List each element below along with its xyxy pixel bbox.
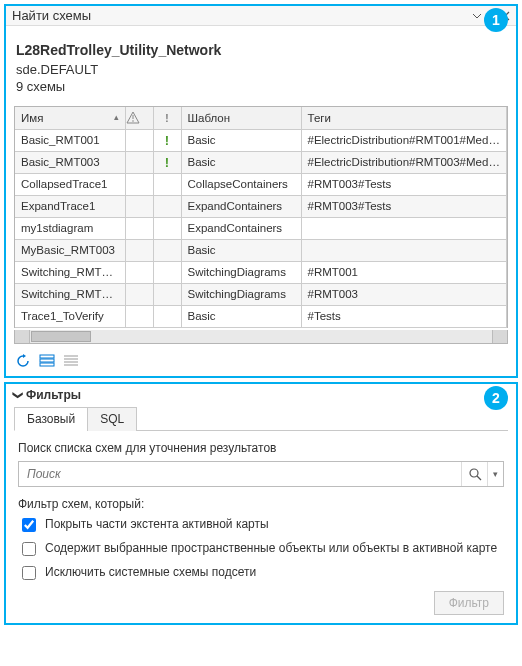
cell-tags xyxy=(301,217,507,239)
col-name[interactable]: Имя xyxy=(15,107,125,129)
table-row[interactable]: MyBasic_RMT003Basic xyxy=(15,239,507,261)
col-mark[interactable]: ! xyxy=(153,107,181,129)
cell-name: CollapsedTrace1 xyxy=(15,173,125,195)
view-compact-button[interactable] xyxy=(62,352,80,370)
cell-mark xyxy=(153,283,181,305)
cell-tags xyxy=(301,239,507,261)
svg-rect-5 xyxy=(40,359,54,362)
cell-template: ExpandContainers xyxy=(181,195,301,217)
refresh-button[interactable] xyxy=(14,352,32,370)
cell-warning xyxy=(125,305,153,327)
table-row[interactable]: ExpandTrace1ExpandContainers#RMT003#Test… xyxy=(15,195,507,217)
warning-icon xyxy=(126,111,140,125)
cell-warning xyxy=(125,283,153,305)
cell-mark: ! xyxy=(153,129,181,151)
cell-name: Switching_RMT003 xyxy=(15,283,125,305)
cell-template: Basic xyxy=(181,305,301,327)
check-extent-label: Покрыть части экстента активной карты xyxy=(45,517,269,531)
cell-name: Switching_RMT001 xyxy=(15,261,125,283)
chevron-down-icon: ❯ xyxy=(13,391,24,399)
cell-mark xyxy=(153,217,181,239)
check-selected-box[interactable] xyxy=(22,542,36,556)
cell-name: Basic_RMT003 xyxy=(15,151,125,173)
check-exclude-box[interactable] xyxy=(22,566,36,580)
table-row[interactable]: CollapsedTrace1CollapseContainers#RMT003… xyxy=(15,173,507,195)
toolbar xyxy=(6,348,516,376)
check-exclude[interactable]: Исключить системные схемы подсети xyxy=(18,565,504,583)
svg-point-11 xyxy=(470,469,478,477)
cell-warning xyxy=(125,151,153,173)
filter-tabs: Базовый SQL xyxy=(14,406,508,431)
scrollbar-thumb[interactable] xyxy=(31,331,91,342)
cell-tags: #ElectricDistribution#RMT003#Medium Volt… xyxy=(301,151,507,173)
cell-name: Trace1_ToVerify xyxy=(15,305,125,327)
filter-body: Поиск списка схем для уточнения результа… xyxy=(6,431,516,623)
filters-title: Фильтры xyxy=(26,388,81,402)
cell-tags: #RMT003#Tests xyxy=(301,173,507,195)
cell-tags: #RMT001 xyxy=(301,261,507,283)
cell-tags: #RMT003 xyxy=(301,283,507,305)
filters-panel: 2 ❯ Фильтры Базовый SQL Поиск списка схе… xyxy=(4,382,518,625)
col-template[interactable]: Шаблон xyxy=(181,107,301,129)
table-row[interactable]: Basic_RMT003!Basic#ElectricDistribution#… xyxy=(15,151,507,173)
diagrams-table: Имя ! Шаблон Теги Basic_RMT001!Basic#Ele… xyxy=(15,107,507,328)
check-exclude-label: Исключить системные схемы подсети xyxy=(45,565,256,579)
info-block: L28RedTrolley_Utility_Network sde.DEFAUL… xyxy=(6,26,516,102)
col-tags[interactable]: Теги xyxy=(301,107,507,129)
check-extent-box[interactable] xyxy=(22,518,36,532)
panel-titlebar: Найти схемы xyxy=(6,6,516,26)
network-name: L28RedTrolley_Utility_Network xyxy=(16,42,506,58)
view-list-button[interactable] xyxy=(38,352,56,370)
tab-sql[interactable]: SQL xyxy=(87,407,137,431)
cell-mark xyxy=(153,195,181,217)
cell-warning xyxy=(125,261,153,283)
filters-header[interactable]: ❯ Фильтры xyxy=(6,384,516,406)
cell-warning xyxy=(125,173,153,195)
cell-template: CollapseContainers xyxy=(181,173,301,195)
search-input[interactable] xyxy=(19,462,461,486)
cell-template: Basic xyxy=(181,151,301,173)
table-row[interactable]: my1stdiagramExpandContainers xyxy=(15,217,507,239)
cell-tags: #Tests xyxy=(301,305,507,327)
cell-tags: #RMT003#Tests xyxy=(301,195,507,217)
filter-button[interactable]: Фильтр xyxy=(434,591,504,615)
cell-template: Basic xyxy=(181,239,301,261)
cell-mark: ! xyxy=(153,151,181,173)
diagrams-table-wrap: Имя ! Шаблон Теги Basic_RMT001!Basic#Ele… xyxy=(14,106,508,328)
find-diagrams-panel: 1 Найти схемы L28RedTrolley_Utility_Netw… xyxy=(4,4,518,378)
cell-mark xyxy=(153,305,181,327)
cell-warning xyxy=(125,217,153,239)
cell-mark xyxy=(153,173,181,195)
check-selected-label: Содержит выбранные пространственные объе… xyxy=(45,541,497,555)
callout-badge-1: 1 xyxy=(484,8,508,32)
table-row[interactable]: Switching_RMT003SwitchingDiagrams#RMT003 xyxy=(15,283,507,305)
search-field-wrap: ▾ xyxy=(18,461,504,487)
search-icon[interactable] xyxy=(461,462,487,486)
search-dropdown-icon[interactable]: ▾ xyxy=(487,462,503,486)
cell-mark xyxy=(153,261,181,283)
cell-name: MyBasic_RMT003 xyxy=(15,239,125,261)
col-warning[interactable] xyxy=(125,107,153,129)
cell-mark xyxy=(153,239,181,261)
diagram-count: 9 схемы xyxy=(16,79,506,94)
table-row[interactable]: Switching_RMT001SwitchingDiagrams#RMT001 xyxy=(15,261,507,283)
cell-warning xyxy=(125,239,153,261)
panel-title: Найти схемы xyxy=(12,8,472,23)
tab-basic[interactable]: Базовый xyxy=(14,407,88,431)
callout-badge-2: 2 xyxy=(484,386,508,410)
dropdown-icon[interactable] xyxy=(472,11,482,21)
search-label: Поиск списка схем для уточнения результа… xyxy=(18,441,504,455)
check-selected[interactable]: Содержит выбранные пространственные объе… xyxy=(18,541,504,559)
svg-rect-4 xyxy=(40,355,54,358)
table-row[interactable]: Basic_RMT001!Basic#ElectricDistribution#… xyxy=(15,129,507,151)
version-name: sde.DEFAULT xyxy=(16,62,506,77)
cell-warning xyxy=(125,195,153,217)
cell-template: SwitchingDiagrams xyxy=(181,283,301,305)
table-row[interactable]: Trace1_ToVerifyBasic#Tests xyxy=(15,305,507,327)
horizontal-scrollbar[interactable] xyxy=(14,330,508,344)
check-extent[interactable]: Покрыть части экстента активной карты xyxy=(18,517,504,535)
filter-group-label: Фильтр схем, который: xyxy=(18,497,504,511)
filter-button-row: Фильтр xyxy=(18,591,504,615)
cell-warning xyxy=(125,129,153,151)
svg-rect-6 xyxy=(40,363,54,366)
